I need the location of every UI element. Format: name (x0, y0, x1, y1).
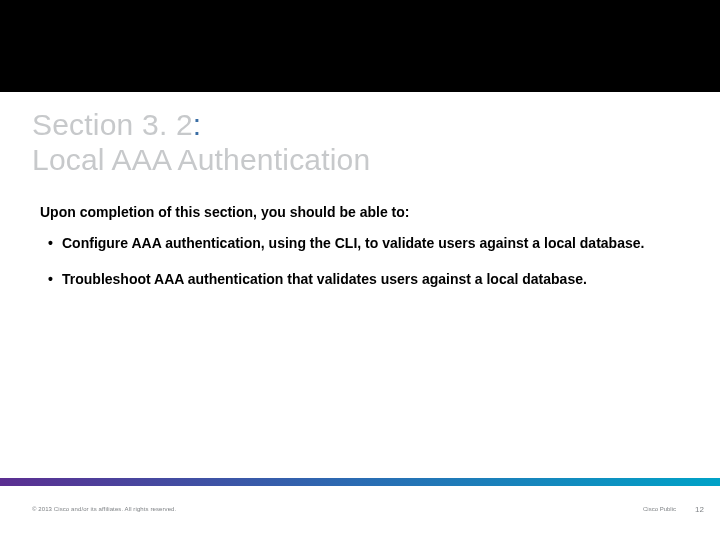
bullet-dot-icon: • (48, 234, 62, 252)
top-black-band (0, 0, 720, 92)
slide: Section 3. 2: Local AAA Authentication U… (0, 0, 720, 540)
footer-classification: Cisco Public (643, 506, 676, 512)
bullet-dot-icon: • (48, 270, 62, 288)
gradient-divider (0, 478, 720, 486)
bullet-text: Troubleshoot AAA authentication that val… (62, 270, 684, 288)
bullet-text: Configure AAA authentication, using the … (62, 234, 684, 252)
list-item: • Troubleshoot AAA authentication that v… (48, 270, 684, 288)
footer-copyright: © 2013 Cisco and/or its affiliates. All … (32, 506, 176, 512)
bullet-list: • Configure AAA authentication, using th… (48, 234, 684, 306)
title-section-number: Section 3. 2 (32, 108, 193, 141)
title-line-1: Section 3. 2: (32, 108, 688, 143)
title-line-2: Local AAA Authentication (32, 143, 688, 178)
intro-text: Upon completion of this section, you sho… (40, 204, 680, 220)
section-title: Section 3. 2: Local AAA Authentication (32, 108, 688, 177)
title-colon: : (193, 108, 202, 141)
list-item: • Configure AAA authentication, using th… (48, 234, 684, 252)
page-number: 12 (695, 505, 704, 514)
